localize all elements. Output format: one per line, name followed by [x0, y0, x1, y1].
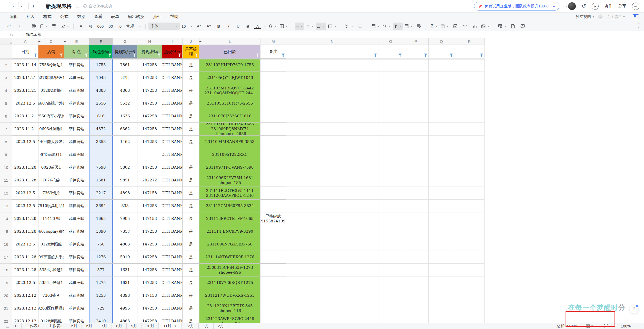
row-number-9[interactable]: 9 — [0, 148, 12, 161]
cell-C15[interactable]: 2660cosplay服饰1 — [38, 225, 64, 238]
menu-item-plugins[interactable]: 插件 — [149, 14, 166, 19]
currency-format-button[interactable]: ¥ — [76, 23, 86, 30]
cell-G12[interactable]: 4898 — [113, 187, 137, 200]
cell-I20[interactable]: CITI BANK — [162, 289, 183, 302]
header-cell-L1[interactable]: 已回款 — [199, 45, 260, 59]
cell-A9[interactable] — [12, 148, 38, 161]
sum-button[interactable]: Σ▼ — [430, 23, 439, 30]
cell-Q21[interactable] — [429, 302, 454, 315]
header-cell-G1[interactable]: 提现银行卡 — [113, 45, 137, 59]
cell-A16[interactable]: 2023.12.5 — [12, 238, 38, 251]
find-replace-icon[interactable]: ▼ — [497, 23, 508, 30]
row-number-6[interactable]: 6 — [0, 110, 12, 123]
cell-P7[interactable] — [403, 123, 429, 136]
bookmark-icon[interactable] — [76, 4, 79, 8]
cell-C13[interactable]: 7910玩具用品1 — [38, 200, 64, 212]
cell-L4[interactable]: 231103M136QVCT-2442231104Q8NMQQCE-2441 — [199, 84, 260, 97]
cell-P2[interactable] — [403, 59, 429, 71]
sheet-tab-工作表2[interactable]: 工作表2 — [44, 323, 67, 329]
cell-F11[interactable]: 1681 — [89, 174, 113, 187]
cell-C10[interactable]: 6028前叉1 — [38, 161, 64, 174]
cell-G9[interactable] — [113, 148, 137, 161]
help-button[interactable]: ? — [630, 305, 638, 314]
cell-H2[interactable]: 147258 — [137, 59, 162, 71]
tab-menu-icon[interactable]: ▼ — [174, 325, 177, 327]
cell-O7[interactable] — [378, 123, 403, 136]
cell-P18[interactable] — [403, 264, 429, 276]
cell-E10[interactable]: 菲律宾站 — [64, 161, 89, 174]
cell-N2[interactable] — [286, 59, 378, 71]
cell-M21[interactable] — [260, 302, 286, 315]
sheet-tab-10月[interactable]: 10月 — [142, 323, 159, 329]
cell-H14[interactable]: 147158 — [137, 212, 162, 225]
cell-E14[interactable]: 菲律宾站 — [64, 212, 89, 225]
cell-A7[interactable]: 2023.11.21 — [12, 123, 38, 136]
strikethrough-button[interactable]: S — [243, 23, 253, 30]
cell-H21[interactable]: 147258 — [137, 302, 162, 315]
cell-P5[interactable] — [403, 97, 429, 110]
cell-F14[interactable]: 1665 — [89, 212, 113, 225]
cell-M18[interactable] — [260, 264, 286, 276]
column-header-P[interactable]: P — [403, 38, 429, 45]
menu-item-form[interactable]: 表单 — [107, 14, 124, 19]
back-button[interactable]: ‹ — [9, 2, 18, 10]
hidden-columns-indicator[interactable]: ◂▸ — [38, 39, 40, 43]
cell-I12[interactable]: CITI BANK — [162, 187, 183, 200]
sheet-tab-8月[interactable]: 8月 — [112, 323, 127, 329]
cell-R5[interactable] — [454, 97, 485, 110]
cell-N8[interactable] — [286, 136, 378, 148]
cell-Q3[interactable] — [429, 71, 454, 84]
selection-sum[interactable]: 总和: 61090▼ — [557, 324, 581, 328]
italic-button[interactable]: I — [224, 23, 233, 30]
cell-C22[interactable]: 0128舞蹈服 — [38, 315, 64, 323]
cell-I22[interactable]: CITI BANK — [162, 315, 183, 323]
column-header-L[interactable]: L — [199, 38, 260, 45]
cell-A3[interactable]: 2023.11.21 — [12, 71, 38, 84]
filter-icon[interactable] — [133, 54, 136, 57]
cell-F13[interactable]: 3694 — [89, 200, 113, 212]
text-wrap-button[interactable]: ▼ — [316, 23, 326, 30]
cell-E16[interactable]: 菲律宾站 — [64, 238, 89, 251]
cell-M15[interactable] — [260, 225, 286, 238]
sheet-tab-工作表1[interactable]: 工作表1 — [21, 323, 44, 329]
cell-R22[interactable] — [454, 315, 485, 323]
cell-G5[interactable]: 5632 — [113, 97, 137, 110]
cell-O19[interactable] — [378, 276, 403, 289]
cell-H15[interactable]: 147258 — [137, 225, 162, 238]
cell-I3[interactable]: CITI BANK — [162, 71, 183, 84]
cell-I5[interactable]: CITI BANK — [162, 97, 183, 110]
cell-Q9[interactable] — [429, 148, 454, 161]
cell-J22[interactable]: 是 — [183, 315, 199, 323]
menu-item-edit[interactable]: 编辑 — [5, 14, 22, 19]
cell-N21[interactable] — [286, 302, 378, 315]
header-cell-M1[interactable]: 备注 — [260, 45, 286, 59]
merge-cells-icon[interactable]: ▼ — [327, 23, 338, 30]
cell-R2[interactable] — [454, 59, 485, 71]
cell-N6[interactable] — [286, 110, 378, 123]
cell-N15[interactable] — [286, 225, 378, 238]
cell-M8[interactable] — [260, 136, 286, 148]
cell-N18[interactable] — [286, 264, 378, 276]
cell-L6[interactable]: 2311070J332S0H-616 — [199, 110, 260, 123]
row-number-15[interactable]: 15 — [0, 225, 12, 238]
cell-G11[interactable]: 9851 — [113, 174, 137, 187]
cell-C20[interactable]: 7363镜片 — [38, 289, 64, 302]
cell-Q22[interactable] — [429, 315, 454, 323]
row-number-18[interactable]: 18 — [0, 264, 12, 276]
cell-H13[interactable]: 147258 — [137, 200, 162, 212]
cell-Q17[interactable] — [429, 251, 454, 264]
font-increase-button[interactable]: A⁺ — [195, 23, 204, 30]
cell-J9[interactable] — [183, 148, 199, 161]
cell-O4[interactable] — [378, 84, 403, 97]
font-select[interactable]: 宋体▼ — [148, 23, 180, 30]
pivot-table-icon[interactable]: ▼ — [439, 23, 450, 30]
cell-Q11[interactable] — [429, 174, 454, 187]
menu-item-view[interactable]: 查看 — [90, 14, 107, 19]
cell-N19[interactable] — [286, 276, 378, 289]
cell-P20[interactable] — [403, 289, 429, 302]
cell-G14[interactable]: 7985 — [113, 212, 137, 225]
thousands-format-button[interactable]: 000 — [96, 23, 105, 30]
column-header-M[interactable]: M — [260, 38, 286, 45]
cell-N9[interactable] — [286, 148, 378, 161]
cell-H19[interactable]: 147258 — [137, 276, 162, 289]
